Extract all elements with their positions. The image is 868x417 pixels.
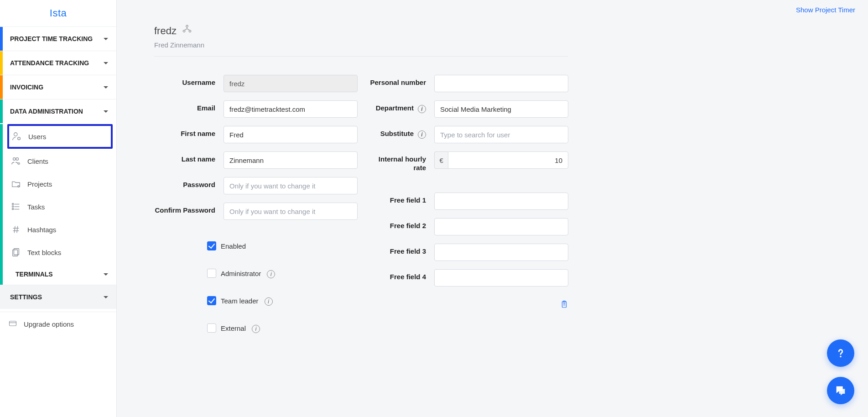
- nav-section-settings[interactable]: SETTINGS: [0, 285, 116, 309]
- folder-gear-icon: [11, 179, 21, 189]
- sidebar-item-hashtags[interactable]: Hashtags: [0, 218, 116, 241]
- chat-fab[interactable]: [827, 377, 854, 404]
- personal-number-input[interactable]: [434, 75, 568, 92]
- brand-logo: Ista: [0, 0, 116, 26]
- external-checkbox[interactable]: [207, 323, 216, 333]
- nav-section-attendance[interactable]: ATTENDANCE TRACKING: [0, 51, 116, 75]
- nav-section-project-time[interactable]: PROJECT TIME TRACKING: [0, 27, 116, 51]
- svg-point-20: [186, 25, 188, 27]
- administrator-checkbox[interactable]: [207, 269, 216, 278]
- upgrade-label: Upgrade options: [24, 320, 74, 328]
- help-fab[interactable]: [827, 339, 854, 367]
- team-leader-label: Team leader: [221, 297, 259, 305]
- free-field-2-input[interactable]: [434, 218, 568, 235]
- svg-point-3: [16, 158, 19, 161]
- info-icon[interactable]: i: [252, 325, 260, 333]
- svg-point-4: [18, 163, 20, 165]
- label-internal-rate: Internal hourly rate: [365, 151, 433, 172]
- free-field-1-input[interactable]: [434, 193, 568, 210]
- substitute-input[interactable]: [434, 126, 568, 143]
- upgrade-options-link[interactable]: Upgrade options: [0, 312, 116, 336]
- enabled-label: Enabled: [221, 242, 246, 250]
- sidebar-item-textblocks[interactable]: Text blocks: [0, 241, 116, 264]
- accent-bar: [0, 27, 3, 51]
- email-input[interactable]: [223, 100, 358, 118]
- accent-bar: [0, 75, 3, 99]
- label-password: Password: [154, 177, 223, 188]
- main-area: Show Project Timer fredz Fred Zinnemann: [117, 0, 868, 417]
- svg-rect-10: [12, 206, 14, 207]
- label-confirm-password: Confirm Password: [154, 203, 223, 215]
- sidebar-item-label: Tasks: [27, 203, 45, 211]
- sidebar-item-tasks[interactable]: Tasks: [0, 195, 116, 218]
- label-substitute: Substitute i: [365, 126, 433, 138]
- nav-section-invoicing[interactable]: INVOICING: [0, 75, 116, 99]
- svg-line-15: [17, 226, 18, 233]
- nav-subsection-terminals[interactable]: TERMINALS: [0, 264, 116, 285]
- svg-line-14: [14, 226, 15, 233]
- svg-point-27: [840, 356, 842, 358]
- svg-point-0: [14, 133, 17, 136]
- department-input[interactable]: [434, 100, 568, 118]
- nav-section-data-admin[interactable]: DATA ADMINISTRATION: [0, 99, 116, 123]
- info-icon[interactable]: i: [418, 130, 426, 139]
- show-project-timer-link[interactable]: Show Project Timer: [796, 6, 855, 14]
- sidebar-item-label: Clients: [27, 157, 48, 165]
- password-input[interactable]: [223, 177, 358, 194]
- info-icon[interactable]: i: [267, 270, 275, 278]
- svg-point-21: [183, 30, 185, 32]
- internal-rate-input[interactable]: [448, 151, 568, 169]
- svg-point-22: [189, 30, 191, 32]
- svg-point-1: [18, 137, 21, 140]
- users-gear-icon: [11, 156, 21, 166]
- chevron-down-icon: [104, 38, 108, 40]
- last-name-input[interactable]: [223, 151, 358, 169]
- label-free2: Free field 2: [365, 218, 433, 229]
- info-icon[interactable]: i: [418, 105, 426, 113]
- hashtag-icon: [11, 224, 21, 235]
- free-field-4-input[interactable]: [434, 269, 568, 287]
- nav-section-label: SETTINGS: [10, 293, 42, 301]
- accent-bar: [0, 51, 3, 75]
- label-free3: Free field 3: [365, 244, 433, 255]
- documents-icon: [11, 247, 21, 257]
- svg-rect-16: [14, 249, 19, 255]
- team-leader-checkbox[interactable]: [207, 296, 216, 305]
- label-free4: Free field 4: [365, 269, 433, 281]
- label-username: Username: [154, 75, 223, 86]
- nav-section-label: INVOICING: [10, 83, 43, 91]
- nav-section-label: ATTENDANCE TRACKING: [10, 59, 89, 67]
- topbar: Show Project Timer: [117, 0, 868, 19]
- chevron-down-icon: [104, 296, 108, 298]
- svg-rect-11: [12, 208, 14, 210]
- list-icon: [11, 202, 21, 212]
- user-gear-icon: [12, 131, 22, 141]
- first-name-input[interactable]: [223, 126, 358, 143]
- sidebar-item-users[interactable]: Users: [7, 124, 113, 149]
- label-department: Department i: [365, 100, 433, 112]
- page-subtitle: Fred Zinnemann: [154, 41, 568, 49]
- currency-addon: €: [434, 151, 448, 169]
- chevron-down-icon: [104, 273, 108, 276]
- enabled-checkbox[interactable]: [207, 241, 216, 250]
- free-field-3-input[interactable]: [434, 244, 568, 261]
- chevron-down-icon: [104, 62, 108, 64]
- svg-point-5: [18, 186, 20, 188]
- sidebar-item-projects[interactable]: Projects: [0, 172, 116, 195]
- label-email: Email: [154, 100, 223, 112]
- svg-rect-18: [10, 321, 16, 326]
- info-icon[interactable]: i: [265, 297, 273, 306]
- card-icon: [8, 319, 17, 329]
- clipboard-icon[interactable]: [560, 299, 568, 309]
- svg-point-2: [13, 158, 16, 161]
- sidebar-item-clients[interactable]: Clients: [0, 150, 116, 172]
- sidebar-item-label: Users: [28, 133, 46, 141]
- label-personal-number: Personal number: [365, 75, 433, 86]
- team-icon: [181, 24, 193, 38]
- nav-section-label: PROJECT TIME TRACKING: [10, 35, 93, 42]
- label-first-name: First name: [154, 126, 223, 137]
- confirm-password-input[interactable]: [223, 203, 358, 220]
- label-free1: Free field 1: [365, 193, 433, 204]
- sidebar: Ista PROJECT TIME TRACKING ATTENDANCE TR…: [0, 0, 117, 417]
- nav-section-label: DATA ADMINISTRATION: [10, 108, 83, 115]
